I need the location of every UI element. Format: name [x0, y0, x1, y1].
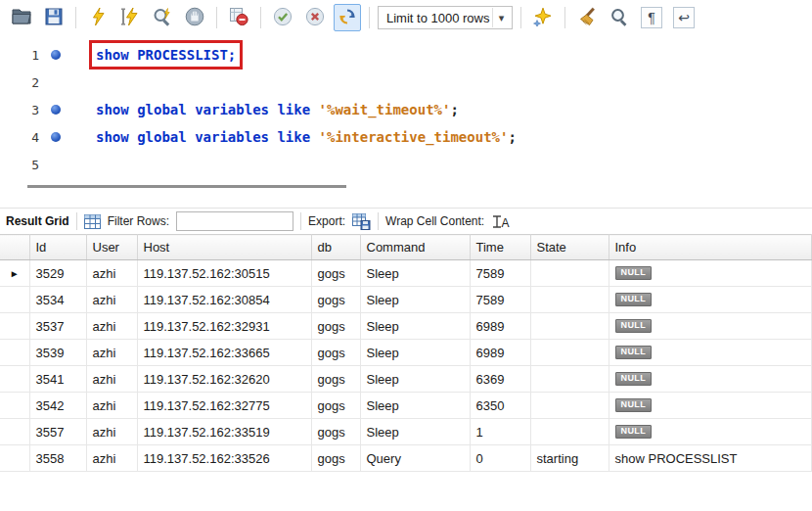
cell-state[interactable] [530, 393, 609, 419]
cell-host[interactable]: 119.137.52.162:33519 [137, 419, 311, 445]
column-header-info[interactable]: Info [609, 235, 812, 260]
cell-command[interactable]: Query [360, 445, 470, 472]
cell-command[interactable]: Sleep [360, 260, 470, 287]
editor-line[interactable]: 2 [0, 69, 812, 96]
column-header-state[interactable]: State [530, 235, 609, 260]
cell-info[interactable]: NULL [609, 287, 812, 313]
cell-host[interactable]: 119.137.52.162:33665 [137, 340, 311, 366]
show-invisibles-button[interactable]: ¶ [638, 4, 665, 31]
cell-command[interactable]: Sleep [360, 419, 470, 445]
limit-rows-dropdown[interactable]: Limit to 1000 rows ▾ [378, 6, 513, 29]
cell-state[interactable] [530, 419, 609, 445]
cell-db[interactable]: gogs [311, 419, 360, 445]
cell-user[interactable]: azhi [86, 313, 137, 340]
toggle-autocommit-button[interactable] [334, 4, 361, 31]
column-header-db[interactable]: db [311, 235, 360, 260]
cell-id[interactable]: 3558 [29, 445, 86, 472]
cell-state[interactable] [530, 340, 609, 366]
row-selector[interactable] [0, 287, 29, 313]
wrap-cell-content-icon[interactable]: A [491, 214, 511, 229]
hscrollbar-thumb[interactable] [27, 185, 346, 188]
cell-id[interactable]: 3541 [29, 366, 86, 393]
cell-time[interactable]: 1 [470, 419, 530, 445]
row-selector[interactable] [0, 340, 29, 366]
cell-time[interactable]: 6989 [470, 340, 530, 366]
cell-db[interactable]: gogs [311, 260, 360, 287]
cell-info[interactable]: NULL [609, 419, 812, 445]
editor-line[interactable]: 1show PROCESSLIST; [0, 41, 812, 69]
stop-query-button[interactable] [181, 4, 208, 31]
column-header-command[interactable]: Command [360, 235, 470, 260]
editor-line[interactable]: 5 [0, 151, 812, 178]
cell-id[interactable]: 3537 [29, 313, 86, 340]
execute-current-statement-button[interactable] [116, 4, 144, 31]
cell-id[interactable]: 3557 [29, 419, 86, 445]
rollback-button[interactable] [301, 4, 329, 31]
cell-db[interactable]: gogs [311, 445, 360, 472]
sql-editor[interactable]: 1show PROCESSLIST;23show global variable… [0, 35, 812, 178]
beautify-script-button[interactable] [529, 4, 557, 31]
cell-host[interactable]: 119.137.52.162:33526 [137, 445, 311, 472]
execute-button[interactable] [84, 4, 112, 31]
table-row[interactable]: 3557azhi119.137.52.162:33519gogsSleep1NU… [0, 419, 812, 445]
cell-info[interactable]: show PROCESSLIST [609, 445, 812, 472]
cell-info[interactable]: NULL [609, 366, 812, 393]
cell-id[interactable]: 3529 [29, 260, 86, 287]
cell-time[interactable]: 7589 [470, 287, 530, 313]
cell-db[interactable]: gogs [311, 287, 360, 313]
save-script-button[interactable] [40, 4, 68, 31]
export-recordset-icon[interactable] [352, 213, 371, 230]
editor-hscrollbar[interactable] [0, 182, 812, 192]
row-selector[interactable] [0, 419, 29, 445]
row-selector[interactable] [0, 445, 29, 472]
cell-host[interactable]: 119.137.52.162:32620 [137, 366, 311, 393]
cell-time[interactable]: 6369 [470, 366, 530, 393]
column-header-id[interactable]: Id [29, 235, 86, 260]
column-header-time[interactable]: Time [470, 235, 530, 260]
cell-user[interactable]: azhi [86, 287, 137, 313]
clean-editor-button[interactable] [573, 4, 601, 31]
cell-command[interactable]: Sleep [360, 393, 470, 419]
cell-id[interactable]: 3534 [29, 287, 86, 313]
cell-state[interactable] [530, 366, 609, 393]
cell-time[interactable]: 6989 [470, 313, 530, 340]
row-selector[interactable] [0, 393, 29, 419]
cell-time[interactable]: 0 [470, 445, 530, 472]
table-row[interactable]: 3539azhi119.137.52.162:33665gogsSleep698… [0, 340, 812, 366]
table-row[interactable]: 3537azhi119.137.52.162:32931gogsSleep698… [0, 313, 812, 340]
find-button[interactable] [606, 4, 633, 31]
column-header-user[interactable]: User [86, 235, 137, 260]
cell-command[interactable]: Sleep [360, 366, 470, 393]
cell-db[interactable]: gogs [311, 393, 360, 419]
commit-button[interactable] [269, 4, 296, 31]
cell-info[interactable]: NULL [609, 340, 812, 366]
cell-host[interactable]: 119.137.52.162:30854 [137, 287, 311, 313]
wrap-text-button[interactable]: ↩ [670, 4, 698, 31]
cell-state[interactable] [530, 287, 609, 313]
editor-line[interactable]: 3show global variables like '%wait_timeo… [0, 96, 812, 123]
table-row[interactable]: 3541azhi119.137.52.162:32620gogsSleep636… [0, 366, 812, 393]
cell-db[interactable]: gogs [311, 313, 360, 340]
cell-info[interactable]: NULL [609, 313, 812, 340]
cell-user[interactable]: azhi [86, 419, 137, 445]
cell-host[interactable]: 119.137.52.162:32775 [137, 393, 311, 419]
cell-time[interactable]: 7589 [470, 260, 530, 287]
cell-state[interactable]: starting [530, 445, 609, 472]
explain-plan-button[interactable] [149, 4, 176, 31]
cell-db[interactable]: gogs [311, 366, 360, 393]
cell-db[interactable]: gogs [311, 340, 360, 366]
column-header-host[interactable]: Host [137, 235, 311, 260]
cell-user[interactable]: azhi [86, 366, 137, 393]
cell-command[interactable]: Sleep [360, 340, 470, 366]
result-grid-icon[interactable] [84, 214, 101, 229]
open-script-button[interactable] [8, 4, 35, 31]
row-selector[interactable]: ► [0, 260, 29, 287]
table-row[interactable]: 3534azhi119.137.52.162:30854gogsSleep758… [0, 287, 812, 313]
cell-user[interactable]: azhi [86, 445, 137, 472]
cell-user[interactable]: azhi [86, 340, 137, 366]
table-row[interactable]: 3558azhi119.137.52.162:33526gogsQuery0st… [0, 445, 812, 472]
cell-command[interactable]: Sleep [360, 313, 470, 340]
cell-host[interactable]: 119.137.52.162:30515 [137, 260, 311, 287]
cell-host[interactable]: 119.137.52.162:32931 [137, 313, 311, 340]
cell-info[interactable]: NULL [609, 393, 812, 419]
